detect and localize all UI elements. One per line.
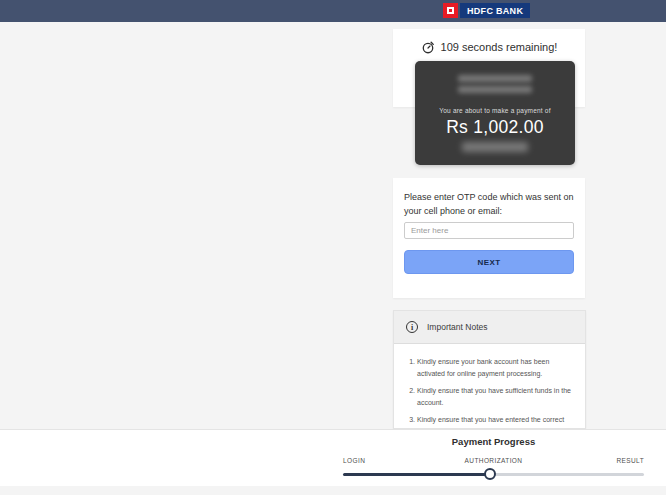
note-item: Kindly ensure that you have entered the …: [417, 414, 571, 429]
redacted-merchant-line: [458, 86, 532, 93]
stopwatch-icon: [421, 40, 435, 54]
hdfc-logo-text: HDFC BANK: [460, 3, 530, 18]
hdfc-logo: HDFC BANK: [443, 3, 530, 18]
redacted-reference-line: [462, 142, 528, 152]
payment-amount: Rs 1,002.00: [415, 117, 575, 138]
progress-title: Payment Progress: [343, 436, 644, 447]
progress-thumb: [484, 468, 496, 480]
hdfc-logo-mark-icon: [443, 3, 458, 18]
info-icon: i: [406, 321, 418, 333]
otp-prompt-text: Please enter OTP code which was sent on …: [404, 191, 574, 219]
note-item: Kindly ensure that you have sufficient f…: [417, 385, 571, 408]
notes-header: i Important Notes: [394, 311, 585, 344]
step-label-result: RESULT: [616, 457, 644, 464]
important-notes-card: i Important Notes Kindly ensure your ban…: [393, 310, 586, 429]
top-bar: HDFC BANK: [0, 0, 666, 22]
redacted-merchant-line: [458, 75, 532, 82]
note-item: Kindly ensure your bank account has been…: [417, 356, 571, 379]
step-label-authorization: AUTHORIZATION: [343, 457, 644, 464]
payment-progress-bar: Payment Progress LOGIN AUTHORIZATION RES…: [0, 429, 666, 486]
payment-summary-card: You are about to make a payment of Rs 1,…: [415, 61, 575, 165]
notes-body: Kindly ensure your bank account has been…: [394, 344, 585, 429]
payment-intro-text: You are about to make a payment of: [415, 107, 575, 114]
progress-track-remaining: [490, 473, 644, 476]
otp-card: Please enter OTP code which was sent on …: [393, 178, 585, 298]
progress-track-complete: [343, 473, 490, 476]
timer-text: 109 seconds remaining!: [441, 41, 558, 53]
page: HDFC BANK 109 seconds remaining! You are…: [0, 0, 666, 495]
otp-input[interactable]: [404, 222, 574, 239]
next-button[interactable]: NEXT: [404, 250, 574, 274]
notes-title: Important Notes: [427, 322, 487, 332]
